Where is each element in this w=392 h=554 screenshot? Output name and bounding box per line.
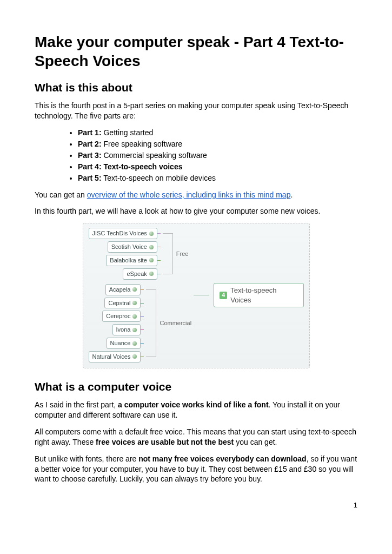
parts-list: Part 1: Getting started Part 2: Free spe…: [35, 128, 357, 183]
mindmap-node: Cepstral: [104, 298, 141, 309]
list-item: Part 2: Free speaking software: [78, 139, 357, 149]
mindmap-category-free: Free: [176, 250, 189, 258]
list-item: Part 4: Text-to-speech voices: [78, 162, 357, 172]
globe-icon: [149, 245, 154, 249]
mindmap-node: JISC TechDis Voices: [89, 228, 157, 239]
mindmap-node: Cereproc: [102, 311, 141, 322]
body-paragraph: All computers come with a default free v…: [35, 427, 357, 447]
intro-paragraph: This is the fourth post in a 5-part seri…: [35, 101, 357, 121]
overview-link[interactable]: overview of the whole series, including …: [87, 190, 291, 199]
globe-icon: [132, 328, 137, 332]
mindmap-node: Scotish Voice: [108, 241, 157, 253]
mindmap-category-commercial: Commercial: [160, 319, 191, 327]
globe-icon: [149, 232, 154, 236]
globe-icon: [149, 272, 154, 276]
body-paragraph: As I said in the first part, a computer …: [35, 400, 357, 420]
globe-icon: [132, 301, 137, 305]
list-item: Part 1: Getting started: [78, 128, 357, 138]
mindmap-node: Balabolka site: [106, 255, 157, 266]
mindmap-node: Natural Voices: [89, 351, 141, 362]
intro-paragraph-2: In this fourth part, we will have a look…: [35, 206, 357, 216]
mindmap-node: Nuance: [107, 338, 141, 349]
list-item: Part 5: Text-to-speech on mobile devices: [78, 173, 357, 183]
page-title: Make your computer speak - Part 4 Text-t…: [35, 32, 357, 70]
mindmap-node: Acapela: [105, 284, 141, 295]
mindmap-node: Ivona: [112, 324, 141, 335]
overview-paragraph: You can get an overview of the whole ser…: [35, 190, 357, 200]
globe-icon: [149, 258, 154, 262]
list-item: Part 3: Commercial speaking software: [78, 150, 357, 161]
mindmap-badge: 4: [220, 292, 227, 299]
globe-icon: [132, 354, 137, 359]
globe-icon: [132, 341, 137, 346]
section-heading-about: What is this about: [35, 80, 357, 95]
globe-icon: [132, 287, 137, 292]
mindmap-figure: JISC TechDis Voices Scotish Voice Balabo…: [83, 223, 310, 368]
mindmap-root-node: 4 Text-to-speech Voices: [214, 283, 303, 307]
body-paragraph: But unlike with fonts, there are not man…: [35, 454, 357, 485]
globe-icon: [132, 314, 137, 319]
mindmap-node: eSpeak: [123, 268, 157, 280]
mindmap-connector: [194, 295, 209, 295]
section-heading-voice: What is a computer voice: [35, 379, 357, 394]
page-number: 1: [35, 500, 357, 510]
